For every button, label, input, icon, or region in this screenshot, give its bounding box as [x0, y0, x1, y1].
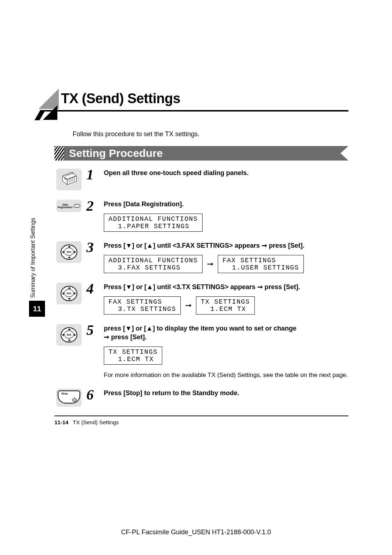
footer-page-number: 11-14 [54, 419, 68, 425]
chapter-wedge-icon [38, 68, 59, 109]
intro-text: Follow this procedure to set the TX sett… [73, 130, 348, 138]
sidebar-label: Summary of Important Settings [30, 283, 36, 298]
svg-point-10 [71, 177, 72, 178]
lcd-screen: FAX SETTINGS 3.TX SETTINGS [104, 296, 181, 315]
lcd-line: 3.TX SETTINGS [109, 305, 176, 313]
step-6-number: 6 [86, 389, 101, 407]
set-button-label: Set [64, 289, 74, 297]
svg-point-18 [71, 181, 72, 182]
lcd-line: FAX SETTINGS [109, 298, 162, 305]
set-button-label: Set [64, 248, 74, 256]
stop-key-icon: Stop [56, 389, 82, 407]
key-shape-icon [74, 204, 80, 208]
stop-key-label: Stop [61, 392, 68, 395]
svg-point-11 [73, 177, 73, 178]
panels-icon [56, 169, 82, 190]
step-3-text: Press [▼] or [▲] until <3.FAX SETTINGS> … [104, 241, 348, 250]
svg-point-14 [71, 179, 72, 180]
step-5-text: press [▼] or [▲] to display the item you… [104, 324, 348, 341]
set-nav-icon: Set [56, 324, 82, 346]
svg-point-20 [74, 180, 75, 181]
data-registration-key-icon: Data Registration [56, 200, 82, 212]
svg-point-16 [74, 178, 75, 179]
step-3-number: 3 [86, 241, 101, 273]
stop-dot-icon [72, 398, 77, 402]
step-2-text: Press [Data Registration]. [104, 200, 348, 208]
lcd-screen: ADDITIONAL FUNCTIONS 3.FAX SETTINGS [104, 255, 203, 273]
step-5: Set 5 press [▼] or [▲] to display the it… [54, 324, 348, 379]
lcd-line: ADDITIONAL FUNCTIONS [109, 215, 198, 223]
svg-point-6 [65, 179, 65, 179]
step-4: Set 4 Press [▼] or [▲] until <3.TX SETTI… [54, 283, 348, 315]
svg-point-5 [65, 177, 65, 178]
step-5-number: 5 [86, 324, 101, 379]
lcd-screen: TX SETTINGS 1.ECM TX [104, 347, 162, 365]
footer-rule [54, 416, 348, 416]
svg-point-17 [69, 182, 70, 182]
step-6: Stop 6 Press [Stop] to return to the Sta… [54, 389, 348, 407]
lcd-screen: FAX SETTINGS 1.USER SETTINGS [218, 255, 304, 273]
lcd-line: 1.ECM TX [201, 305, 246, 313]
arrow-icon: ➞ [185, 301, 192, 310]
svg-point-9 [69, 178, 70, 179]
arrow-icon: ➞ [207, 259, 213, 269]
footer-title: TX (Send) Settings [73, 419, 119, 425]
data-registration-key-label: Data Registration [58, 203, 73, 208]
lcd-line: 1.PAPER SETTINGS [109, 223, 189, 230]
svg-point-19 [73, 180, 73, 181]
lcd-line: TX SETTINGS [201, 298, 250, 305]
set-button-label: Set [64, 331, 74, 339]
step-3: Set 3 Press [▼] or [▲] until <3.FAX SETT… [54, 241, 348, 273]
lcd-line: 3.FAX SETTINGS [109, 264, 181, 271]
step-1: 1 Open all three one-touch speed dialing… [54, 169, 348, 190]
steps: 1 Open all three one-touch speed dialing… [54, 169, 348, 407]
chapter-rule [40, 110, 348, 112]
page-footer: 11-14 TX (Send) Settings [54, 419, 348, 425]
arrow-icon: ➞ [257, 283, 263, 291]
lcd-line: FAX SETTINGS [222, 257, 276, 264]
step-2: Data Registration 2 Press [Data Registra… [54, 200, 348, 232]
lcd-line: 1.ECM TX [109, 356, 154, 363]
svg-point-13 [69, 180, 70, 181]
arrow-icon: ➞ [104, 333, 109, 341]
svg-point-15 [73, 179, 73, 179]
arrow-icon: ➞ [262, 242, 267, 249]
step-1-number: 1 [86, 169, 101, 190]
svg-point-7 [66, 178, 66, 179]
step-4-number: 4 [86, 283, 101, 315]
set-nav-icon: Set [56, 241, 82, 263]
step-1-text: Open all three one-touch speed dialing p… [104, 169, 348, 177]
section-hatch-icon [54, 146, 64, 161]
lcd-screen: ADDITIONAL FUNCTIONS 1.PAPER SETTINGS [104, 214, 203, 232]
step-4-text: Press [▼] or [▲] until <3.TX SETTINGS> a… [104, 283, 348, 291]
page: TX (Send) Settings Follow this procedure… [40, 69, 348, 425]
step-6-text: Press [Stop] to return to the Standby mo… [104, 389, 348, 397]
lcd-line: ADDITIONAL FUNCTIONS [109, 257, 198, 264]
section-bar: Setting Procedure [54, 146, 348, 161]
svg-point-12 [74, 176, 75, 177]
lcd-line: TX SETTINGS [109, 348, 158, 356]
step-2-number: 2 [86, 200, 101, 232]
svg-point-8 [66, 179, 66, 180]
chapter-title: TX (Send) Settings [61, 69, 348, 106]
document-id: CF-PL Facsimile Guide_USEN HT1-2188-000-… [0, 528, 392, 536]
lcd-screen: TX SETTINGS 1.ECM TX [196, 296, 254, 315]
lcd-line: 1.USER SETTINGS [222, 264, 299, 271]
set-nav-icon: Set [56, 283, 82, 304]
step-5-note: For more information on the available TX… [104, 371, 348, 379]
section-title: Setting Procedure [64, 146, 348, 161]
